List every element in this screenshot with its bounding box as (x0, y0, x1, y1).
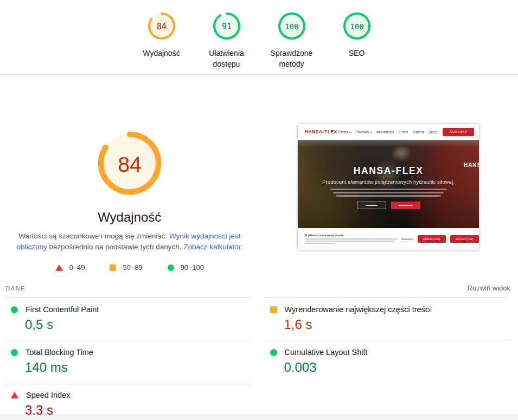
category-seo[interactable]: 100 SEO (324, 11, 389, 74)
category-label: SEO (349, 48, 365, 59)
seo-gauge-icon: 100 (342, 11, 372, 41)
category-scores-header: 84 Wydajność 91 Ułatwienia dostępu 100 (0, 0, 518, 75)
category-label: Sprawdzone metody (261, 48, 322, 69)
category-label: Ułatwienia dostępu (196, 48, 257, 69)
score-legend: 0–49 50–89 90–100 (55, 263, 204, 272)
category-best-practices[interactable]: 100 Sprawdzone metody (259, 11, 324, 74)
site-hero-title: HANSA-FLEX (354, 165, 424, 177)
screenshot-pane: HANSA⁄FLEX Oferta ▾ Produkty ▾ Aktualnoś… (259, 75, 518, 280)
site-nav-item: Sklep (429, 130, 437, 134)
svg-text:91: 91 (221, 22, 231, 31)
good-circle-icon (168, 264, 174, 271)
expand-view-button[interactable]: Rozwiń widok (468, 284, 510, 292)
metric-value: 140 ms (25, 359, 252, 376)
chevron-down-icon: ▾ (369, 131, 372, 134)
metric-label: Cumulative Layout Shift (285, 348, 368, 357)
site-hero-subtitle: Producent elementów połączeniowych hydra… (322, 179, 455, 185)
metrics-section: DANE Rozwiń widok First Contentful Paint… (0, 280, 518, 420)
category-label: Wydajność (143, 48, 180, 59)
calculator-link[interactable]: Zobacz kalkulator. (183, 243, 242, 251)
site-cookie-banner: O plikach cookie na tej stronie Dostosuj… (298, 228, 479, 250)
svg-text:100: 100 (285, 22, 298, 31)
metric-label: First Contentful Paint (25, 305, 99, 314)
metrics-section-label: DANE (5, 285, 25, 292)
site-nav-item: Aktualności (376, 130, 394, 134)
site-hero-image: HANS HANSA-FLEX Producent elementów połą… (298, 140, 479, 228)
poor-triangle-icon (11, 392, 18, 398)
metric-label: Speed Index (26, 391, 70, 399)
good-circle-icon (11, 349, 18, 356)
site-hero-secondary-button (357, 202, 386, 209)
category-accessibility[interactable]: 91 Ułatwienia dostępu (194, 11, 259, 74)
legend-range: 90–100 (181, 263, 204, 272)
cookie-paragraph-placeholder (305, 241, 394, 242)
site-logo: HANSA⁄FLEX (305, 129, 337, 134)
metric-label: Total Blocking Time (25, 348, 93, 357)
svg-text:84: 84 (118, 152, 142, 176)
best-practices-gauge-icon: 100 (277, 11, 307, 41)
performance-gauge-icon: 84 (146, 11, 177, 41)
site-hero-content: HANSA-FLEX Producent elementów połączeni… (298, 140, 479, 228)
metric-largest-contentful-paint: Wyrenderowanie największej części treści… (264, 297, 511, 340)
cookie-accept-button: AKCEPTUJĘ (450, 235, 479, 243)
svg-text:100: 100 (350, 22, 363, 31)
good-circle-icon (11, 306, 18, 313)
cookie-customize-link: Dostosuj (401, 237, 413, 241)
site-nav-item: Produkty ▾ (355, 130, 372, 134)
category-performance[interactable]: 84 Wydajność (129, 11, 194, 74)
metrics-grid: First Contentful Paint 0,5 s Total Block… (4, 297, 510, 420)
score-description-text: bezpośrednio na podstawie tych danych. (47, 243, 183, 251)
site-contact-button: KONTAKT (443, 128, 474, 136)
performance-report: 84 Wydajność Wartości są szacunkowe i mo… (0, 75, 518, 280)
metric-value: 1,6 s (284, 316, 511, 333)
score-title: Wydajność (98, 209, 161, 225)
score-pane: 84 Wydajność Wartości są szacunkowe i mo… (0, 75, 259, 280)
legend-item-poor: 0–49 (55, 263, 85, 272)
cookie-banner-title: O plikach cookie na tej stronie (305, 234, 397, 237)
cookie-reject-button: ODRZUCAM (418, 235, 446, 243)
site-hero-paragraph-placeholder (330, 189, 447, 197)
legend-range: 50–89 (123, 263, 142, 272)
performance-score-gauge: 84 (98, 131, 162, 195)
accessibility-gauge-icon: 91 (212, 11, 242, 41)
metrics-header: DANE Rozwiń widok (4, 280, 510, 297)
metrics-column-left: First Contentful Paint 0,5 s Total Block… (4, 297, 252, 420)
site-nav-item: O nas (399, 130, 408, 134)
metric-first-contentful-paint: First Contentful Paint 0,5 s (4, 297, 252, 340)
site-hero-buttons (357, 202, 420, 209)
metric-cumulative-layout-shift: Cumulative Layout Shift 0.003 (264, 340, 511, 383)
chevron-down-icon: ▾ (348, 131, 350, 134)
site-nav-item: Oferta ▾ (338, 130, 350, 134)
metric-label: Wyrenderowanie największej części treści (285, 305, 431, 314)
cookie-paragraph-placeholder (305, 238, 397, 240)
cookie-paragraph-placeholder (305, 243, 335, 244)
site-hero-primary-button (391, 202, 420, 209)
metric-value: 0,5 s (25, 316, 252, 333)
average-square-icon (270, 306, 277, 313)
legend-item-average: 50–89 (110, 263, 142, 272)
metric-value: 0.003 (284, 359, 511, 376)
site-header: HANSA⁄FLEX Oferta ▾ Produkty ▾ Aktualnoś… (298, 124, 479, 140)
good-circle-icon (270, 349, 277, 356)
score-description: Wartości są szacunkowe i mogą się zmieni… (11, 231, 248, 253)
score-description-text: Wartości są szacunkowe i mogą się zmieni… (18, 232, 169, 240)
category-scores-row: 84 Wydajność 91 Ułatwienia dostępu 100 (129, 0, 389, 74)
legend-item-good: 90–100 (168, 263, 204, 272)
poor-triangle-icon (55, 264, 63, 271)
page-screenshot-thumbnail[interactable]: HANSA⁄FLEX Oferta ▾ Produkty ▾ Aktualnoś… (297, 123, 479, 250)
metrics-column-right: Wyrenderowanie największej części treści… (264, 297, 511, 420)
site-nav: Oferta ▾ Produkty ▾ Aktualności O nas Ka… (338, 130, 437, 134)
next-section-edge (0, 415, 518, 420)
metric-total-blocking-time: Total Blocking Time 140 ms (4, 340, 252, 383)
legend-range: 0–49 (69, 263, 85, 272)
site-nav-item: Kariera (413, 130, 424, 134)
average-square-icon (110, 264, 116, 271)
svg-text:84: 84 (156, 22, 166, 31)
cookie-text-block: O plikach cookie na tej stronie (305, 234, 397, 244)
